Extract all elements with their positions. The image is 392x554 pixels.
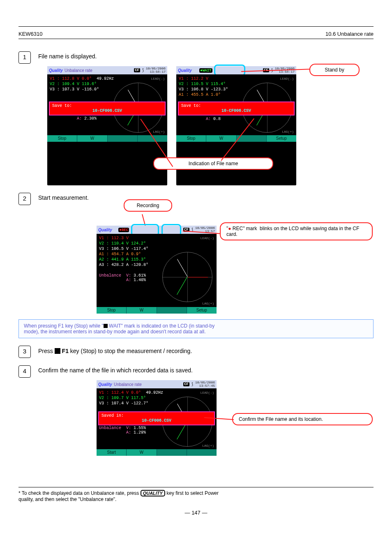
callout-recording-small: Recording <box>124 199 172 212</box>
step-1: 1 File name is displayed. <box>18 51 374 64</box>
softkey-stop[interactable]: Stop <box>176 135 206 142</box>
wait-indicator: ●WAIT <box>199 68 212 73</box>
softkey-start[interactable]: Start <box>97 449 127 456</box>
device-shot-d: Quality Unbalance rate CF ⟆ 10/05/200613… <box>97 380 217 456</box>
device-shot-c: Quality ●REC CF ⟆ 10/05/200613:57 LEAD(-… <box>97 226 217 314</box>
callout-rec-long: "● REC" mark blinks on the LCD while sav… <box>220 222 373 240</box>
callout-standby: Stand by <box>309 64 360 76</box>
cf-chip: CF <box>134 68 140 72</box>
header-left: KEW6310 <box>18 31 43 37</box>
step-2: 2 Start measurement. <box>18 193 374 205</box>
antenna-icon: ⟆ <box>142 68 144 73</box>
step-3: 3 Press F1 key (Stop) to stop the measur… <box>18 346 374 358</box>
antenna-icon: ⟆ <box>191 382 194 387</box>
softkey-stop[interactable]: Stop <box>47 135 77 142</box>
page-footer: * To check the displayed data on Unbalan… <box>18 487 374 502</box>
step-4: 4 Confirm the name of the file in which … <box>18 365 374 378</box>
softkey-setup[interactable]: Setup <box>187 307 217 314</box>
save-banner: Save to: 10-CF006.CSV <box>178 102 295 115</box>
step-text-1: File name is displayed. <box>38 51 97 60</box>
softkeys: Stop W <box>47 135 167 142</box>
device-timestamp: 10/05/200613:56:17 <box>146 67 166 74</box>
callout-result: Confirm the File name and its location. <box>232 413 373 425</box>
info-box: When pressing F1 key (Stop) while " WAIT… <box>18 319 374 338</box>
square-icon <box>104 324 108 328</box>
softkey-w[interactable]: W <box>206 135 236 142</box>
square-icon <box>55 348 60 354</box>
page-number: ― 147 ― <box>18 510 374 516</box>
quality-key-icon: QUALITY <box>141 490 165 496</box>
device-logo: Quality <box>49 68 63 73</box>
rec-indicator: ●REC <box>118 228 129 232</box>
device-shot-a: Quality Unbalance rate CF ⟆ 10/05/200613… <box>47 66 167 185</box>
save-banner: Save to: 10-CF006.CSV <box>49 102 166 115</box>
softkey-w[interactable]: W <box>77 135 107 142</box>
step-number-1: 1 <box>18 51 31 64</box>
softkey-setup[interactable]: Setup <box>267 135 296 142</box>
softkey-stop[interactable]: Stop <box>97 307 127 314</box>
device-title: Unbalance rate <box>65 68 132 73</box>
lag-label: LAG(+) <box>153 130 165 134</box>
softkey-w[interactable]: W <box>127 449 157 456</box>
lead-label: LEAD(-) <box>151 77 165 81</box>
softkey-w[interactable]: W <box>127 307 157 314</box>
page-header: KEW6310 10.6 Unbalance rate <box>18 31 374 37</box>
header-right: 10.6 Unbalance rate <box>325 31 374 37</box>
saved-banner: Saved in: 10-CF006.CSV <box>98 411 215 425</box>
